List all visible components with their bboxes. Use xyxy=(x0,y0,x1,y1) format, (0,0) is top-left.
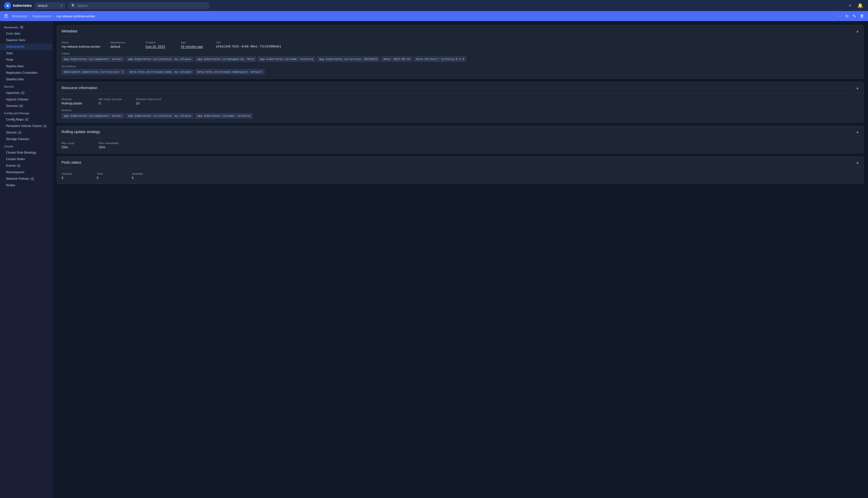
sidebar-item-daemon-sets[interactable]: Daemon Sets xyxy=(0,37,53,43)
sidebar-section-service-title: Service xyxy=(0,83,53,90)
label-chip-2: app.kubernetes.io/managed-by: Helm xyxy=(195,56,256,62)
sidebar-item-secrets[interactable]: Secrets N xyxy=(0,129,53,136)
network-policies-badge: N xyxy=(30,177,35,181)
search-bar[interactable]: 🔍 xyxy=(68,2,209,9)
annotation-chip-1: meta.helm.sh/release-name: my-release xyxy=(127,69,193,75)
sidebar-item-storage-classes[interactable]: Storage Classes xyxy=(0,136,53,142)
app-logo: ⎈ kubernetes xyxy=(4,2,32,9)
selector-chips-row: app.kubernetes.io/component: worker app.… xyxy=(62,113,859,118)
meta-uid-label: UID xyxy=(216,41,281,44)
sidebar-item-pods[interactable]: Pods xyxy=(0,56,53,63)
namespace-dropdown[interactable]: default xyxy=(38,4,58,8)
annotations-section-label: Annotations xyxy=(62,65,859,68)
resource-info-card-title: Resource information xyxy=(62,86,98,90)
meta-uid-field: UID e54a13e8-919c-4c66-90e1-73c415986eb1 xyxy=(216,41,281,49)
labels-section-label: Labels xyxy=(62,52,859,55)
pods-total-label: Total xyxy=(97,172,122,175)
breadcrumb-workloads[interactable]: Workloads xyxy=(12,14,27,18)
sidebar-item-replica-sets[interactable]: Replica Sets xyxy=(0,63,53,69)
sidebar-item-nodes[interactable]: Nodes xyxy=(0,182,53,188)
sidebar-section-workloads: Workloads N Cron Jobs Daemon Sets Deploy… xyxy=(0,24,53,82)
kubernetes-logo: ⎈ xyxy=(4,2,11,9)
breadcrumb: Workloads › Deployments › my-release-tur… xyxy=(12,14,95,18)
rolling-update-collapse-button[interactable]: ▲ xyxy=(856,130,859,134)
sidebar-item-events[interactable]: Events N xyxy=(0,162,53,169)
breadcrumb-sep-2: › xyxy=(53,15,54,17)
sidebar-item-config-maps[interactable]: Config Maps N xyxy=(0,116,53,123)
sidebar-item-deployments[interactable]: Deployments xyxy=(0,43,53,50)
sidebar-item-replication-controllers[interactable]: Replication Controllers xyxy=(0,69,53,76)
notifications-button[interactable]: 🔔 xyxy=(856,2,864,9)
namespace-selector[interactable]: default ▼ xyxy=(35,2,65,9)
pods-status-card-header: Pods status ▲ xyxy=(57,157,864,168)
pods-status-card-title: Pods status xyxy=(62,160,81,165)
sidebar-section-workloads-title: Workloads N xyxy=(0,24,53,30)
pods-updated-value: 5 xyxy=(62,176,87,180)
selector-chip-0: app.kubernetes.io/component: worker xyxy=(62,113,124,118)
metadata-card-body: Name my-release-turbinia-worker Namespac… xyxy=(57,37,864,79)
sidebar-section-config-title: Config and Storage xyxy=(0,110,53,116)
pods-updated-field: Updated 5 xyxy=(62,172,87,180)
meta-age-label: Age xyxy=(181,41,206,44)
breadcrumb-actions: ··· ↻ ✎ 🗑 xyxy=(838,14,864,18)
add-button[interactable]: + xyxy=(848,2,852,9)
meta-namespace-label: Namespace xyxy=(111,41,135,44)
labels-chips-row: app.kubernetes.io/component: worker app.… xyxy=(62,56,859,62)
menu-toggle[interactable]: ☰ xyxy=(4,13,8,19)
pods-status-card-body: Updated 5 Total 5 Available 5 xyxy=(57,168,864,184)
sidebar-section-service: Service Ingresses N Ingress Classes Serv… xyxy=(0,83,53,109)
label-chip-4: app.kubernetes.io/version: 20230315 xyxy=(317,56,380,62)
max-unavailable-field: Max unavailable 25% xyxy=(99,142,124,149)
search-icon: 🔍 xyxy=(71,4,75,8)
resource-info-card: Resource information ▲ Strategy RollingU… xyxy=(57,82,864,123)
selector-chip-2: app.kubernetes.io/name: turbinia xyxy=(195,113,252,118)
metadata-collapse-button[interactable]: ▲ xyxy=(856,29,859,33)
rolling-update-card-header: Rolling update strategy ▲ xyxy=(57,126,864,137)
pods-status-collapse-button[interactable]: ▲ xyxy=(856,160,859,165)
meta-created-value: Aug 10, 2023 xyxy=(146,45,171,49)
pods-total-value: 5 xyxy=(97,176,122,180)
sidebar-section-cluster-title: Cluster xyxy=(0,143,53,149)
max-surge-field: Max surge 25% xyxy=(62,142,87,149)
sidebar-item-cluster-role-bindings[interactable]: Cluster Role Bindings xyxy=(0,149,53,156)
search-input[interactable] xyxy=(77,4,205,8)
delete-button[interactable]: 🗑 xyxy=(860,14,864,18)
sidebar-item-cron-jobs[interactable]: Cron Jobs xyxy=(0,30,53,37)
pvc-badge: N xyxy=(43,124,47,128)
pods-status-row: Updated 5 Total 5 Available 5 xyxy=(62,172,859,180)
meta-age-value: 16 minutes ago xyxy=(181,45,206,49)
rolling-update-card: Rolling update strategy ▲ Max surge 25% … xyxy=(57,126,864,153)
rolling-update-card-title: Rolling update strategy xyxy=(62,130,100,134)
sidebar-item-jobs[interactable]: Jobs xyxy=(0,50,53,56)
sidebar-item-services[interactable]: Services N xyxy=(0,103,53,109)
annotation-chip-2: meta.helm.sh/release-namespace: default xyxy=(195,69,264,75)
more-actions-button[interactable]: ··· xyxy=(838,14,841,18)
breadcrumb-deployments[interactable]: Deployments xyxy=(33,14,51,18)
sidebar-item-namespaces[interactable]: Namespaces xyxy=(0,169,53,175)
refresh-button[interactable]: ↻ xyxy=(845,14,848,18)
pods-total-field: Total 5 xyxy=(97,172,122,180)
resource-grid: Strategy RollingUpdate Min ready seconds… xyxy=(62,97,859,105)
sidebar-item-ingresses[interactable]: Ingresses N xyxy=(0,90,53,96)
workloads-badge: N xyxy=(20,26,24,29)
metadata-card-title: Metadata xyxy=(62,29,77,33)
events-badge: N xyxy=(16,164,21,167)
metadata-top-row: Name my-release-turbinia-worker Namespac… xyxy=(62,41,859,49)
revision-limit-value: 10 xyxy=(136,101,161,105)
max-unavailable-label: Max unavailable xyxy=(99,142,124,145)
sidebar-item-cluster-roles[interactable]: Cluster Roles xyxy=(0,156,53,162)
topbar-actions: + 🔔 xyxy=(848,2,864,9)
sidebar-item-pvc[interactable]: Persistent Volume Claims N xyxy=(0,123,53,129)
breadcrumb-sep-1: › xyxy=(29,15,30,17)
metadata-card: Metadata ▲ Name my-release-turbinia-work… xyxy=(57,25,864,79)
max-unavailable-value: 25% xyxy=(99,145,124,149)
edit-button[interactable]: ✎ xyxy=(853,14,856,18)
resource-info-card-body: Strategy RollingUpdate Min ready seconds… xyxy=(57,94,864,122)
sidebar-item-network-policies[interactable]: Network Policies N xyxy=(0,175,53,182)
resource-info-collapse-button[interactable]: ▲ xyxy=(856,86,859,90)
meta-uid-value: e54a13e8-919c-4c66-90e1-73c415986eb1 xyxy=(216,45,281,48)
sidebar-item-stateful-sets[interactable]: Stateful Sets xyxy=(0,76,53,82)
content-area: Metadata ▲ Name my-release-turbinia-work… xyxy=(53,21,868,498)
sidebar-item-ingress-classes[interactable]: Ingress Classes xyxy=(0,96,53,103)
chevron-down-icon: ▼ xyxy=(60,4,63,7)
